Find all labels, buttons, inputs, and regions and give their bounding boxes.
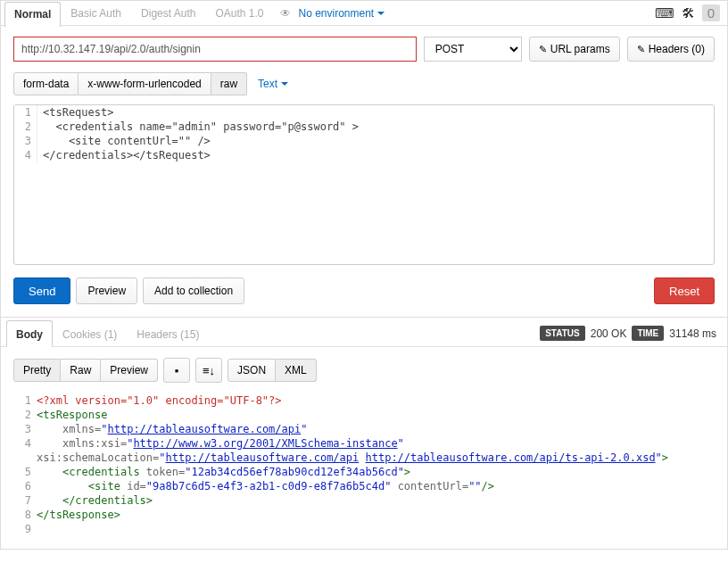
request-url-row: POST ✎URL params ✎Headers (0) bbox=[1, 26, 727, 72]
url-params-button[interactable]: ✎URL params bbox=[529, 37, 620, 62]
count-badge: 0 bbox=[702, 4, 720, 21]
status-label-pill: STATUS bbox=[540, 326, 585, 341]
time-value: 31148 ms bbox=[669, 327, 716, 340]
response-toolbar: Pretty Raw Preview ▪ ≡↓ JSON XML bbox=[1, 347, 727, 393]
time-label-pill: TIME bbox=[632, 326, 664, 341]
body-type-row: form-data x-www-form-urlencoded raw Text bbox=[1, 72, 727, 95]
response-format-xml[interactable]: XML bbox=[276, 359, 317, 382]
response-view-segment: Pretty Raw Preview bbox=[13, 359, 158, 382]
preview-eye-icon[interactable]: 👁 bbox=[280, 7, 291, 20]
response-tab-cookies[interactable]: Cookies (1) bbox=[53, 320, 127, 346]
environment-selector[interactable]: No environment bbox=[298, 7, 385, 20]
raw-content-type-select[interactable]: Text bbox=[258, 78, 288, 90]
add-to-collection-button[interactable]: Add to collection bbox=[143, 277, 244, 304]
environment-label: No environment bbox=[298, 7, 374, 20]
send-button[interactable]: Send bbox=[13, 277, 70, 304]
auth-tab-oauth[interactable]: OAuth 1.0 bbox=[205, 1, 273, 26]
body-type-raw[interactable]: raw bbox=[211, 72, 247, 95]
wrench-icon[interactable]: 🛠 bbox=[682, 5, 695, 21]
headers-button[interactable]: ✎Headers (0) bbox=[627, 37, 715, 62]
wrap-icon[interactable]: ≡↓ bbox=[195, 358, 222, 383]
response-format-json[interactable]: JSON bbox=[228, 359, 276, 382]
response-tabs-row: Body Cookies (1) Headers (15) STATUS 200… bbox=[1, 317, 727, 347]
send-row: Send Preview Add to collection Reset bbox=[1, 265, 727, 317]
response-status: STATUS 200 OK TIME 31148 ms bbox=[540, 322, 722, 346]
response-view-pretty[interactable]: Pretty bbox=[13, 359, 61, 382]
body-type-formdata[interactable]: form-data bbox=[13, 72, 79, 95]
request-body-editor[interactable]: 1<tsRequest> 2 <credentials name="admin"… bbox=[13, 104, 715, 265]
auth-tab-digest[interactable]: Digest Auth bbox=[131, 1, 205, 26]
collapse-icon[interactable]: ▪ bbox=[163, 358, 190, 383]
body-type-urlencoded[interactable]: x-www-form-urlencoded bbox=[79, 72, 211, 95]
top-right-tools: ⌨ 🛠 0 bbox=[655, 4, 727, 21]
pencil-icon: ✎ bbox=[539, 44, 547, 55]
app-window: Normal Basic Auth Digest Auth OAuth 1.0 … bbox=[0, 0, 728, 550]
chevron-down-icon bbox=[377, 12, 385, 15]
auth-tab-basic[interactable]: Basic Auth bbox=[61, 1, 131, 26]
auth-tabs-row: Normal Basic Auth Digest Auth OAuth 1.0 … bbox=[1, 1, 727, 26]
response-view-preview[interactable]: Preview bbox=[101, 359, 158, 382]
body-type-segment: form-data x-www-form-urlencoded raw bbox=[13, 72, 247, 95]
response-body: 1<?xml version="1.0" encoding="UTF-8"?> … bbox=[13, 393, 715, 536]
keyboard-icon[interactable]: ⌨ bbox=[655, 5, 674, 21]
pencil-icon: ✎ bbox=[637, 44, 645, 55]
reset-button[interactable]: Reset bbox=[654, 277, 715, 304]
http-method-select[interactable]: POST bbox=[424, 37, 522, 62]
auth-tab-normal[interactable]: Normal bbox=[4, 2, 61, 27]
request-url-input[interactable] bbox=[13, 37, 417, 62]
response-tab-headers[interactable]: Headers (15) bbox=[127, 320, 209, 346]
chevron-down-icon bbox=[281, 82, 288, 86]
status-value: 200 OK bbox=[591, 327, 627, 340]
response-view-raw[interactable]: Raw bbox=[61, 359, 101, 382]
response-format-segment: JSON XML bbox=[228, 359, 317, 382]
response-tab-body[interactable]: Body bbox=[6, 320, 53, 347]
preview-button[interactable]: Preview bbox=[76, 277, 137, 304]
